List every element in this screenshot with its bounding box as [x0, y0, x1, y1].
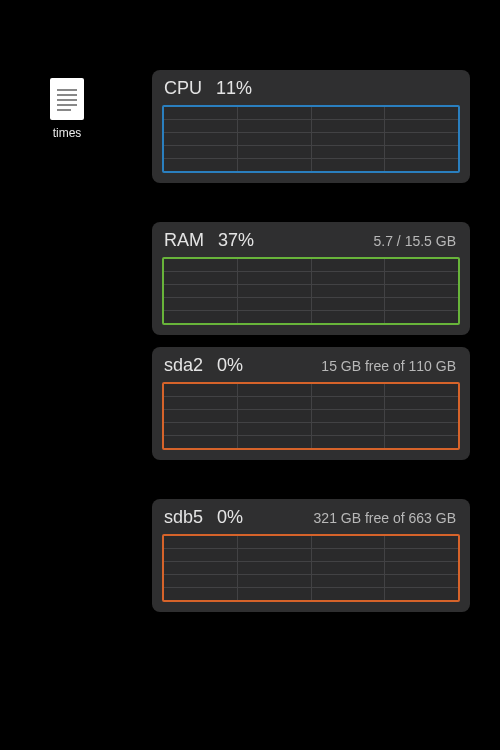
text-file-icon: [50, 78, 84, 120]
cpu-sparkline: [164, 107, 458, 173]
sdb5-graph: [162, 534, 460, 602]
sda2-sparkline: [164, 384, 458, 450]
ram-value: 37%: [218, 230, 254, 251]
sdb5-header: sdb5 0% 321 GB free of 663 GB: [162, 505, 460, 534]
ram-title: RAM: [164, 230, 204, 251]
cpu-title: CPU: [164, 78, 202, 99]
sdb5-value: 0%: [217, 507, 243, 528]
file-label: times: [53, 126, 82, 140]
cpu-value: 11%: [216, 78, 252, 99]
cpu-widget[interactable]: CPU 11%: [152, 70, 470, 183]
cpu-graph: [162, 105, 460, 173]
sda2-subtext: 15 GB free of 110 GB: [321, 358, 456, 374]
sda2-header: sda2 0% 15 GB free of 110 GB: [162, 353, 460, 382]
sdb5-sparkline: [164, 536, 458, 602]
ram-widget[interactable]: RAM 37% 5.7 / 15.5 GB: [152, 222, 470, 335]
ram-subtext: 5.7 / 15.5 GB: [374, 233, 457, 249]
sdb5-widget[interactable]: sdb5 0% 321 GB free of 663 GB: [152, 499, 470, 612]
sda2-title: sda2: [164, 355, 203, 376]
desktop-file-icon[interactable]: times: [42, 78, 92, 140]
ram-graph: [162, 257, 460, 325]
cpu-header: CPU 11%: [162, 76, 460, 105]
sda2-value: 0%: [217, 355, 243, 376]
sda2-widget[interactable]: sda2 0% 15 GB free of 110 GB: [152, 347, 470, 460]
system-monitor-widgets: CPU 11% RAM 37% 5.7 / 15.5 GB sda2 0% 15…: [152, 70, 470, 612]
sda2-graph: [162, 382, 460, 450]
ram-header: RAM 37% 5.7 / 15.5 GB: [162, 228, 460, 257]
sdb5-title: sdb5: [164, 507, 203, 528]
sdb5-subtext: 321 GB free of 663 GB: [314, 510, 456, 526]
ram-sparkline: [164, 259, 458, 325]
